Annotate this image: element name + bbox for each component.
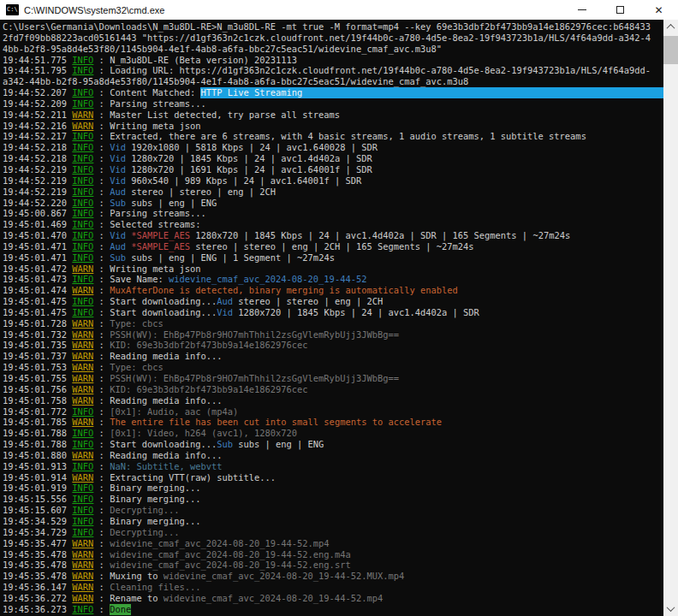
scroll-up-button[interactable] [663,20,678,34]
console-line: 19:45:01.475 INFO : Start downloading...… [3,307,663,318]
minimize-button[interactable] [562,0,601,20]
title-bar[interactable]: C:\ C:\WINDOWS\system32\cmd.exe ✕ [0,0,678,20]
console-line: 19:45:01.470 INFO : Vid *SAMPLE_AES 1280… [3,230,663,241]
console-line: a342-44bb-b2f8-95a8d4e53f80/1145b904-4e1… [3,76,663,87]
console-line: 19:44:52.220 INFO : Sub subs | eng | ENG [3,198,663,209]
console-line: 2fd7f09bb88223acd05161443 "https://d1gf3… [3,33,663,44]
console-line: 19:45:00.867 INFO : Parsing streams... [3,208,663,219]
console-line: 19:44:52.209 INFO : Parsing streams... [3,98,663,110]
console-line: 19:45:01.735 WARN : KID: 69e3b3dbf2bf473… [3,340,663,351]
minimize-icon [578,9,586,10]
console-line: 19:45:01.772 INFO : [0x1]: Audio, aac (m… [3,406,663,418]
console-line: 19:45:01.471 INFO : Aud *SAMPLE_AES ster… [3,241,663,252]
scrollbar-thumb[interactable] [663,36,678,64]
console-line: 19:45:01.785 WARN : The entire file has … [3,417,663,428]
window-controls: ✕ [562,0,678,20]
console-line: 19:45:01.737 WARN : Reading media info..… [3,351,663,362]
console-line: 19:45:01.919 INFO : Binary merging... [3,483,663,494]
console-line: 19:44:51.795 INFO : Loading URL: https:/… [3,65,663,76]
console-line: 19:45:01.474 WARN : MuxAfterDone is dete… [3,285,663,296]
console-line: 19:45:01.913 INFO : NaN: Subtitle, webvt… [3,461,663,472]
console-line: 19:44:52.218 INFO : Vid 1280x720 | 1845 … [3,153,663,164]
console-line: 19:45:35.478 WARN : widevine_cmaf_avc_20… [3,560,663,571]
console-line: 19:44:52.217 INFO : Extracted, there are… [3,131,663,142]
console-line: 19:44:52.207 INFO : Content Matched: HTT… [3,87,663,98]
console-line: 19:45:15.556 INFO : Binary merging... [3,494,663,505]
window-title: C:\WINDOWS\system32\cmd.exe [24,5,562,15]
console-line: 19:45:36.273 INFO : Done [3,604,663,615]
console-line: 19:45:36.272 WARN : Rename to widevine_c… [3,593,663,604]
console-line: 19:45:01.756 WARN : KID: 69e3b3dbf2bf473… [3,384,663,395]
close-icon: ✕ [654,5,663,15]
scroll-down-button[interactable] [663,601,678,616]
console-line: 19:45:01.880 WARN : Reading media info..… [3,450,663,461]
console-line: 19:44:51.775 INFO : N_m3u8DL-RE (Beta ve… [3,55,663,66]
vertical-scrollbar[interactable] [663,20,678,616]
console-line: 19:45:35.478 WARN : widevine_cmaf_avc_20… [3,549,663,560]
console-line: 19:45:01.473 INFO : Save Name: widevine_… [3,274,663,285]
console-line: 19:45:36.147 WARN : Cleaning files... [3,582,663,593]
console-line: 19:45:01.472 WARN : Writing meta json [3,264,663,275]
console-line: 19:44:52.211 WARN : Master List detected… [3,110,663,121]
chevron-down-icon [667,603,675,612]
console-line: 19:44:52.219 INFO : Aud stereo | stereo … [3,187,663,198]
console-line: 19:45:01.758 WARN : Reading media info..… [3,395,663,406]
console-line: 19:45:01.753 WARN : Type: cbcs [3,362,663,373]
cmd-prompt-icon: C:\ [6,4,19,15]
console-line: 19:45:01.788 INFO : Start downloading...… [3,439,663,450]
console-line: 19:44:52.219 INFO : Vid 960x540 | 989 Kb… [3,175,663,187]
console-line: 19:45:01.914 WARN : Extracting VTT(raw) … [3,472,663,483]
console-line: 19:45:01.471 INFO : Sub subs | eng | ENG… [3,252,663,264]
console-line: 19:45:01.728 WARN : Type: cbcs [3,318,663,329]
console-line: 19:45:35.478 WARN : Muxing to widevine_c… [3,571,663,582]
console-line: 19:45:01.788 INFO : [0x1]: Video, h264 (… [3,428,663,439]
console-line: 19:44:52.218 INFO : Vid 1920x1080 | 5818… [3,142,663,153]
console-line: 19:45:01.469 INFO : Selected streams: [3,219,663,230]
console-line: 19:45:35.477 WARN : widevine_cmaf_avc_20… [3,538,663,549]
console-line: 19:45:01.755 WARN : PSSH(WV): EhBp47Pb8r… [3,373,663,384]
console-line: 19:45:01.732 WARN : PSSH(WV): EhBp47Pb8r… [3,329,663,341]
console-line: 19:45:15.607 INFO : Decrypting... [3,505,663,516]
console-line: 19:45:34.529 INFO : Binary merging... [3,516,663,527]
maximize-button[interactable] [601,0,639,20]
console-line: 19:44:52.219 INFO : Vid 1280x720 | 1691 … [3,164,663,175]
close-button[interactable]: ✕ [639,0,678,20]
maximize-icon [616,6,624,14]
console-line: 19:45:34.729 INFO : Decrypting... [3,527,663,538]
chevron-up-icon [667,24,675,33]
console-line: 19:44:52.216 WARN : Writing meta json [3,121,663,132]
console-line: 4bb-b2f8-95a8d4e53f80/1145b904-4e1f-4ab8… [3,44,663,55]
console-line: 19:45:01.475 INFO : Start downloading...… [3,296,663,307]
console-line: C:\Users\Germania\Downloads\N_m3u8DL-RE>… [3,21,663,33]
console-output[interactable]: C:\Users\Germania\Downloads\N_m3u8DL-RE>… [0,20,663,616]
